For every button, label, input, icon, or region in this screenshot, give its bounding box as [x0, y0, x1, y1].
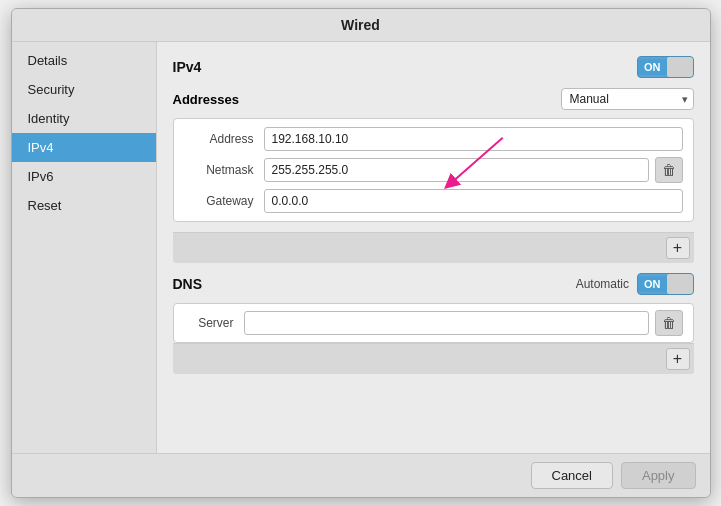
address-label: Address: [184, 132, 254, 146]
dialog-footer: Cancel Apply: [12, 453, 710, 497]
server-box: Server 🗑: [173, 303, 694, 343]
fields-container: Address Netmask 🗑 Gateway: [173, 118, 694, 263]
sidebar-item-identity[interactable]: Identity: [12, 104, 156, 133]
address-input[interactable]: [264, 127, 683, 151]
plus-icon: +: [673, 239, 682, 257]
main-content: IPv4 ON Addresses Manual Automatic (DHCP…: [157, 42, 710, 453]
addresses-label: Addresses: [173, 92, 239, 107]
dialog-body: Details Security Identity IPv4 IPv6 Rese…: [12, 42, 710, 453]
delete-server-button[interactable]: 🗑: [655, 310, 683, 336]
cancel-button[interactable]: Cancel: [531, 462, 613, 489]
add-server-button[interactable]: +: [666, 348, 690, 370]
dns-toggle-knob: [667, 274, 693, 294]
address-row: Address: [184, 127, 683, 151]
ipv4-toggle-label: ON: [638, 59, 667, 75]
addresses-dropdown[interactable]: Manual Automatic (DHCP) Disabled: [561, 88, 694, 110]
ipv4-title: IPv4: [173, 59, 202, 75]
addresses-row: Addresses Manual Automatic (DHCP) Disabl…: [173, 88, 694, 110]
dns-toggle-group: Automatic ON: [576, 273, 694, 295]
ipv4-toggle[interactable]: ON: [637, 56, 694, 78]
server-input[interactable]: [244, 311, 649, 335]
add-address-button[interactable]: +: [666, 237, 690, 259]
netmask-label: Netmask: [184, 163, 254, 177]
dns-section: DNS Automatic ON Server 🗑: [173, 273, 694, 374]
dns-title: DNS: [173, 276, 203, 292]
sidebar: Details Security Identity IPv4 IPv6 Rese…: [12, 42, 157, 453]
sidebar-item-details[interactable]: Details: [12, 46, 156, 75]
sidebar-item-ipv4[interactable]: IPv4: [12, 133, 156, 162]
dns-toggle[interactable]: ON: [637, 273, 694, 295]
netmask-row: Netmask 🗑: [184, 157, 683, 183]
server-row: Server 🗑: [184, 310, 683, 336]
netmask-input[interactable]: [264, 158, 649, 182]
add-server-row: +: [173, 343, 694, 374]
sidebar-item-reset[interactable]: Reset: [12, 191, 156, 220]
add-address-row: +: [173, 232, 694, 263]
wired-dialog: Wired Details Security Identity IPv4 IPv…: [11, 8, 711, 498]
gateway-label: Gateway: [184, 194, 254, 208]
dns-header: DNS Automatic ON: [173, 273, 694, 295]
plus-icon-dns: +: [673, 350, 682, 368]
dialog-title: Wired: [12, 9, 710, 42]
ipv4-toggle-knob: [667, 57, 693, 77]
trash-icon-dns: 🗑: [662, 315, 676, 331]
address-fields-box: Address Netmask 🗑 Gateway: [173, 118, 694, 222]
gateway-row: Gateway: [184, 189, 683, 213]
server-label: Server: [184, 316, 234, 330]
apply-button[interactable]: Apply: [621, 462, 696, 489]
sidebar-item-ipv6[interactable]: IPv6: [12, 162, 156, 191]
trash-icon: 🗑: [662, 162, 676, 178]
gateway-input[interactable]: [264, 189, 683, 213]
delete-button[interactable]: 🗑: [655, 157, 683, 183]
sidebar-item-security[interactable]: Security: [12, 75, 156, 104]
addresses-dropdown-wrapper[interactable]: Manual Automatic (DHCP) Disabled: [561, 88, 694, 110]
ipv4-header: IPv4 ON: [173, 56, 694, 78]
dns-automatic-label: Automatic: [576, 277, 629, 291]
dns-toggle-label: ON: [638, 276, 667, 292]
